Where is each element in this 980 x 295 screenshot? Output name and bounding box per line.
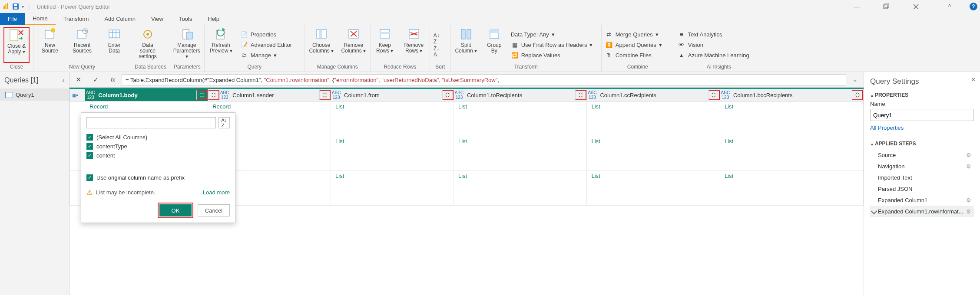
append-queries-button[interactable]: ⏬Append Queries ▾ [605,40,670,50]
expand-icon[interactable] [196,90,208,100]
query-item-query1[interactable]: Query1 [0,89,69,101]
step-navigation[interactable]: Navigation⚙ [870,161,974,172]
tab-add-column[interactable]: Add Column [96,13,143,25]
minimize-button[interactable]: ― [847,0,866,13]
gear-icon[interactable]: ⚙ [966,208,971,215]
text-analytics-button[interactable]: ≡Text Analytics [678,30,760,39]
content-area: Queries [1] ‹ Query1 ✕ ✓ fx = Table.Expa… [0,72,980,295]
load-more-link[interactable]: Load more [203,189,230,196]
formula-cancel-icon[interactable]: ✕ [71,75,85,85]
replace-values-button[interactable]: 🔁Replace Values [511,51,598,60]
first-row-headers-button[interactable]: ▦Use First Row as Headers ▾ [511,40,598,50]
vision-button[interactable]: 👁Vision [678,40,760,50]
type-any-icon: ABC123 [720,90,731,100]
azure-ml-button[interactable]: ▲Azure Machine Learning [678,51,760,60]
step-expanded-column1[interactable]: Expanded Column1⚙ [870,194,974,206]
sort-desc-button[interactable]: Z↓A [434,46,439,58]
expand-icon[interactable] [709,90,720,100]
contenttype-checkbox[interactable]: ✓contentType [86,142,230,151]
queries-collapse-icon[interactable]: ‹ [63,76,65,84]
svg-rect-1 [5,4,7,9]
close-icon[interactable]: ✕ [971,76,976,83]
sort-az-button[interactable]: A↓Z [219,117,230,128]
expand-icon[interactable] [442,90,454,100]
manage-parameters-button[interactable]: Manage Parameters ▾ [174,27,200,63]
content-checkbox[interactable]: ✓content [86,151,230,160]
save-icon[interactable] [12,3,19,10]
tab-file[interactable]: File [0,13,25,25]
keep-rows-button[interactable]: Keep Rows ▾ [374,27,396,63]
table-icon [5,92,13,98]
column-header-sender[interactable]: ABC123Column1.sender [208,88,331,102]
row-index-header[interactable]: ▦▾ [70,88,85,102]
tab-home[interactable]: Home [25,13,56,25]
column-header-ccrecipients[interactable]: ABC123Column1.ccRecipients [587,88,720,102]
advanced-editor-button[interactable]: 📝Advanced Editor [240,40,301,50]
close-apply-button[interactable]: Close & Apply ▾ [3,27,30,63]
data-source-settings-button[interactable]: Data source settings [135,27,161,63]
svg-rect-35 [380,32,390,34]
manage-button[interactable]: 🗂Manage ▾ [240,51,301,60]
formula-dropdown-icon[interactable]: ⌄ [848,75,862,85]
expand-icon[interactable] [319,90,331,100]
formula-bar: ✕ ✓ fx = Table.ExpandRecordColumn(#"Expa… [70,72,864,88]
svg-rect-39 [461,30,465,39]
formula-commit-icon[interactable]: ✓ [89,75,103,85]
tab-transform[interactable]: Transform [56,13,97,25]
recent-sources-button[interactable]: Recent Sources [69,27,95,63]
all-properties-link[interactable]: All Properties [870,125,904,131]
new-source-button[interactable]: New Source [37,27,63,63]
column-header-from[interactable]: ABC123Column1.from [331,88,454,102]
fx-icon[interactable]: fx [106,75,120,85]
tab-tools[interactable]: Tools [171,13,200,25]
choose-columns-button[interactable]: Choose Columns ▾ [308,27,334,63]
query-settings-pane: Query Settings ✕ PROPERTIES Name All Pro… [864,72,980,295]
qat-dropdown-icon[interactable]: ▾ [22,4,24,9]
group-label-query: Query [208,63,301,72]
gear-icon[interactable]: ⚙ [966,163,971,170]
enter-data-button[interactable]: Enter Data [101,27,127,63]
refresh-preview-button[interactable]: Refresh Preview ▾ [208,27,234,63]
split-column-button[interactable]: Split Column ▾ [454,27,478,63]
select-all-checkbox[interactable]: ✓(Select All Columns) [86,133,230,142]
combine-files-button[interactable]: 🗎Combine Files [605,51,670,60]
step-expanded-rowinfo[interactable]: Expanded Column1.rowinformat...⚙ [870,206,974,217]
column-header-bccrecipients[interactable]: ABC123Column1.bccRecipients [720,88,863,102]
expand-icon[interactable] [575,90,586,100]
group-by-button[interactable]: Group By [484,27,505,63]
data-type-button[interactable]: Data Type: Any ▾ [511,30,598,39]
tab-view[interactable]: View [143,13,171,25]
sort-asc-button[interactable]: A↓Z [434,33,440,45]
properties-section-header[interactable]: PROPERTIES [870,92,974,98]
gear-icon[interactable]: ⚙ [966,152,971,158]
column-header-torecipients[interactable]: ABC123Column1.toRecipients [454,88,586,102]
remove-columns-button[interactable]: Remove Columns ▾ [341,27,367,63]
ribbon-collapse-icon[interactable]: ^ [940,0,959,13]
step-imported-text[interactable]: Imported Text [870,172,974,183]
type-any-icon: ABC123 [219,90,230,100]
restore-button[interactable] [877,0,896,13]
merge-queries-button[interactable]: ⇄Merge Queries ▾ [605,30,670,39]
column-header-body[interactable]: ABC123Column1.body [85,88,208,102]
query-name-input[interactable] [870,109,974,121]
gear-icon[interactable]: ⚙ [966,197,971,203]
step-parsed-json[interactable]: Parsed JSON [870,183,974,194]
expand-icon[interactable] [208,90,219,100]
expand-icon[interactable] [852,90,863,100]
applied-steps-section-header[interactable]: APPLIED STEPS [870,141,974,147]
tab-help[interactable]: Help [200,13,227,25]
formula-input[interactable]: = Table.ExpandRecordColumn(#"Expanded Co… [122,74,846,85]
ribbon-group-transform: Split Column ▾ Group By Data Type: Any ▾… [451,25,602,72]
prefix-checkbox[interactable]: ✓Use original column name as prefix [86,173,230,182]
svg-rect-7 [885,3,889,7]
remove-rows-button[interactable]: Remove Rows ▾ [402,27,426,63]
ok-button[interactable]: OK [159,204,192,216]
window-buttons: ― ^ ? [847,0,977,13]
cancel-button[interactable]: Cancel [198,204,230,216]
table-menu-icon[interactable]: ▦▾ [70,93,80,98]
close-button[interactable] [906,0,925,13]
properties-button[interactable]: 📄Properties [240,30,301,39]
expand-search-input[interactable] [86,117,216,128]
help-button[interactable]: ? [970,3,977,10]
step-source[interactable]: Source⚙ [870,149,974,161]
